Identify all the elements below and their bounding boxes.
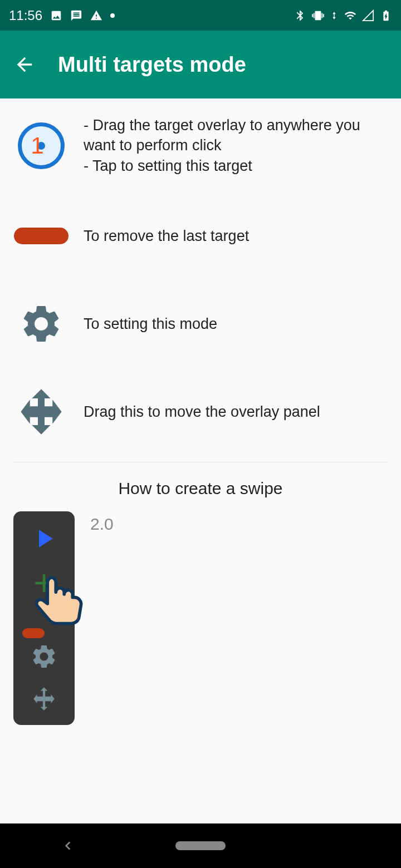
warning-icon <box>90 9 102 22</box>
battery-icon <box>380 9 392 22</box>
gear-icon <box>19 302 63 346</box>
nav-back-icon[interactable] <box>61 839 75 853</box>
nav-home-pill[interactable] <box>175 841 226 850</box>
play-icon[interactable] <box>29 524 59 554</box>
page-title: Multi targets mode <box>58 53 246 77</box>
remove-row: To remove the last target <box>13 208 388 264</box>
panel-move-icon[interactable] <box>30 685 58 713</box>
status-bar: 11:56 <box>0 0 401 31</box>
signal-icon <box>362 9 374 22</box>
target-overlay-icon: 1 <box>13 118 69 174</box>
image-icon <box>50 9 62 22</box>
move-arrows-icon <box>16 387 66 437</box>
remove-pill-icon <box>13 208 69 264</box>
remove-description: To remove the last target <box>84 226 249 246</box>
app-bar: Multi targets mode <box>0 31 401 98</box>
content-area: 1 - Drag the target overlay to anywhere … <box>0 98 401 742</box>
wifi-icon <box>344 9 356 22</box>
bluetooth-icon <box>294 9 306 22</box>
move-description: Drag this to move the overlay panel <box>84 402 320 422</box>
back-arrow-icon[interactable] <box>13 53 36 76</box>
navigation-bar <box>0 823 401 868</box>
dot-icon <box>110 13 115 18</box>
swipe-section-title: How to create a swipe <box>13 479 388 498</box>
settings-description: To setting this mode <box>84 314 217 334</box>
move-row: Drag this to move the overlay panel <box>13 384 388 440</box>
panel-gear-icon[interactable] <box>30 643 58 670</box>
version-label: 2.0 <box>90 515 114 534</box>
target-row: 1 - Drag the target overlay to anywhere … <box>13 115 388 176</box>
overlay-panel[interactable] <box>13 511 75 725</box>
status-time: 11:56 <box>9 8 42 23</box>
divider <box>13 462 388 462</box>
swipe-demo-area: 2.0 <box>13 511 388 725</box>
data-icon <box>330 9 339 22</box>
vibrate-icon <box>312 9 324 22</box>
message-icon <box>70 9 82 22</box>
settings-row: To setting this mode <box>13 296 388 352</box>
target-description: - Drag the target overlay to anywhere yo… <box>84 115 388 176</box>
pointing-hand-icon <box>25 569 91 636</box>
